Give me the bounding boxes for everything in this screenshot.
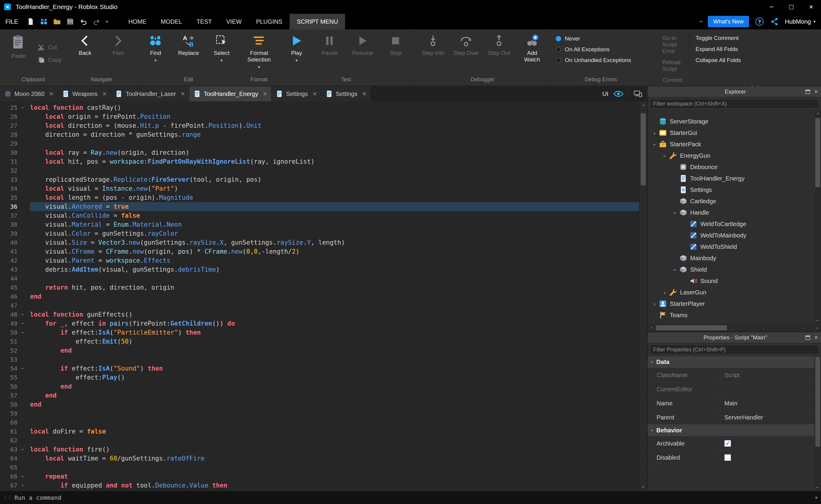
code-line[interactable]: 49› for _, effect in pairs(firePoint:Get… [0, 319, 639, 328]
explorer-scroll-left-icon[interactable]: › [651, 326, 652, 330]
maximize-button[interactable]: □ [781, 0, 801, 14]
code-line[interactable]: 29 [0, 139, 639, 148]
fold-chevron-icon[interactable]: › [20, 368, 26, 369]
code-line[interactable]: 45 return hit, pos, direction, origin [0, 283, 639, 292]
fold-indicator[interactable]: › [17, 105, 28, 111]
fold-indicator[interactable]: › [17, 330, 28, 336]
share-icon[interactable] [770, 17, 779, 26]
property-row[interactable]: Disabled [648, 451, 821, 465]
property-value[interactable]: ServerHandler [724, 414, 763, 421]
collapse-ribbon-icon[interactable]: › [697, 20, 705, 22]
properties-section-header[interactable]: ›Behavior [648, 425, 821, 437]
explorer-item[interactable]: ›StarterPlayer [648, 298, 821, 309]
doc-tab[interactable]: Moon 2060× [0, 86, 58, 101]
explorer-scroll-down-icon[interactable]: › [815, 320, 820, 321]
action-item[interactable]: Commit [662, 77, 682, 83]
code-line[interactable]: 50› if effect:IsA("ParticleEmitter") the… [0, 328, 639, 337]
tab-test[interactable]: TEST [189, 14, 219, 29]
play-button[interactable]: Play ▾ [283, 32, 310, 75]
explorer-vertical-scrollbar[interactable]: › › [814, 110, 821, 324]
code-line[interactable]: 38 visual.Material = Enum.Material.Neon [0, 220, 639, 229]
command-bar-grip-icon[interactable]: ⋮⋮ [0, 494, 14, 501]
user-account-button[interactable]: HubMong ▾ [785, 18, 816, 25]
code-line[interactable]: 57 end [0, 391, 639, 400]
copy-button[interactable]: Copy [38, 56, 61, 64]
resume-button[interactable]: Resume [349, 32, 376, 75]
cut-button[interactable]: Cut [38, 44, 61, 51]
help-icon[interactable]: ? [755, 17, 764, 26]
explorer-item[interactable]: Cartledge [648, 195, 821, 207]
close-tab-icon[interactable]: × [362, 91, 366, 97]
close-tab-icon[interactable]: × [313, 91, 317, 97]
quick-access-caret-icon[interactable]: ▾ [106, 19, 108, 24]
float-panel-icon[interactable] [805, 89, 811, 94]
code-line[interactable]: 62 [0, 436, 639, 445]
explorer-item[interactable]: Debounce [648, 161, 821, 173]
code-line[interactable]: 59 [0, 409, 639, 418]
tab-home[interactable]: HOME [121, 14, 154, 29]
code-line[interactable]: 63›local function fire() [0, 445, 639, 454]
action-item[interactable]: Reload Script [662, 59, 682, 72]
doc-tab[interactable]: Settings× [321, 86, 371, 101]
step-out-button[interactable]: Step Out [485, 32, 513, 75]
undo-icon[interactable] [79, 17, 88, 26]
close-panel-icon[interactable]: × [814, 89, 818, 94]
command-bar-caret-icon[interactable]: ▾ [815, 495, 821, 500]
action-item[interactable]: Toggle Comment [696, 35, 821, 41]
code-line[interactable]: 40 visual.Size = Vector3.new(gunSettings… [0, 238, 639, 247]
explorer-item[interactable]: ›LaserGun [648, 287, 821, 298]
save-icon[interactable] [66, 17, 74, 26]
code-line[interactable]: 44 [0, 274, 639, 283]
action-item[interactable]: Expand All Folds [696, 46, 821, 52]
fold-chevron-icon[interactable]: › [20, 314, 26, 315]
back-button[interactable]: Back [71, 32, 99, 75]
replace-button[interactable]: AB Replace [175, 32, 202, 75]
step-over-button[interactable]: Step Over [452, 32, 480, 75]
code-line[interactable]: 39 visual.Color = gunSettings.rayColor [0, 229, 639, 238]
expander-icon[interactable]: › [660, 289, 669, 296]
property-checkbox[interactable] [724, 454, 731, 461]
property-row[interactable]: NameMain [648, 396, 821, 410]
explorer-item[interactable]: WeldToCartledge [648, 218, 821, 230]
debug-error-option[interactable]: On All Exceptions [556, 46, 646, 53]
doc-tab[interactable]: Weapons× [58, 86, 111, 101]
doc-tab[interactable]: ToolHandler_Energy× [189, 86, 272, 101]
fold-indicator[interactable]: › [17, 365, 28, 371]
code-line[interactable]: 33 replicatedStorage.Replicate:FireServe… [0, 175, 639, 184]
properties-section-header[interactable]: ›Data [648, 356, 821, 368]
code-editor[interactable]: 25›local function castRay()26 local orig… [0, 101, 647, 491]
expander-icon[interactable]: › [650, 300, 659, 307]
explorer-item[interactable]: ToolHandler_Energy [648, 173, 821, 184]
ui-visibility-eye-icon[interactable] [613, 90, 624, 98]
float-panel-icon[interactable] [805, 335, 811, 340]
debug-error-option[interactable]: On Unhandled Exceptions [556, 57, 646, 64]
code-line[interactable]: 30 local ray = Ray.new(origin, direction… [0, 148, 639, 157]
properties-scrollbar-thumb[interactable] [815, 357, 820, 447]
fold-chevron-icon[interactable]: › [20, 323, 26, 324]
code-line[interactable]: 53 [0, 355, 639, 364]
close-panel-icon[interactable]: × [814, 335, 818, 340]
debug-error-option[interactable]: Never [556, 35, 646, 42]
code-line[interactable]: 54› if effect:IsA("Sound") then [0, 364, 639, 373]
tab-plugins[interactable]: PLUGINS [249, 14, 290, 29]
code-line[interactable]: 47 [0, 301, 639, 310]
expander-icon[interactable]: › [660, 152, 669, 159]
expander-icon[interactable]: › [650, 130, 659, 136]
code-line[interactable]: 61local doFire = false [0, 427, 639, 436]
code-line[interactable]: 37 visual.CanCollide = false [0, 211, 639, 220]
property-checkbox[interactable]: ✓ [724, 440, 731, 447]
explorer-item[interactable]: ›Shield [648, 264, 821, 275]
property-row[interactable]: ClassNameScript [648, 368, 821, 382]
properties-scroll-down-icon[interactable]: › [815, 487, 820, 488]
code-line[interactable]: 36 visual.Anchored = true [0, 202, 639, 211]
doc-tab[interactable]: Settings× [272, 86, 321, 101]
redo-icon[interactable] [92, 17, 101, 26]
doc-tab[interactable]: ToolHandler_Laser× [111, 86, 189, 101]
find-button[interactable]: Find ▾ [142, 32, 169, 75]
explorer-item[interactable]: Settings [648, 184, 821, 195]
paste-button[interactable]: Paste [5, 32, 32, 75]
pause-button[interactable]: Pause [316, 32, 343, 75]
property-value[interactable]: Main [724, 400, 737, 407]
code-line[interactable]: 52 end [0, 346, 639, 355]
close-tab-icon[interactable]: × [49, 91, 53, 97]
